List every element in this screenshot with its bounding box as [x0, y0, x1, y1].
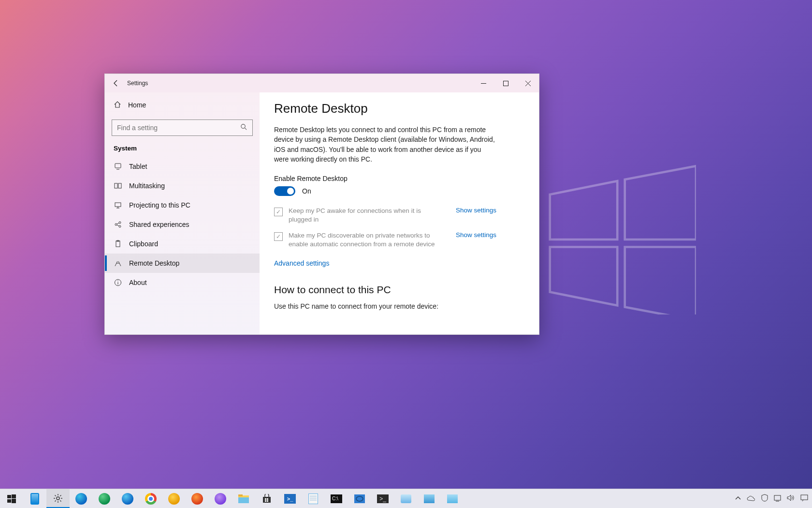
taskbar-photos[interactable]: [348, 489, 371, 508]
sidebar-item-shared[interactable]: Shared experiences: [105, 215, 260, 234]
sidebar-item-tablet[interactable]: Tablet: [105, 157, 260, 176]
svg-line-32: [60, 495, 61, 496]
sidebar: Home System Tablet Multitasking Projecti…: [105, 92, 260, 334]
svg-line-33: [55, 500, 56, 501]
start-button[interactable]: [0, 489, 23, 508]
sidebar-item-label: Shared experiences: [129, 221, 189, 228]
svg-rect-10: [115, 183, 117, 188]
taskbar-edge[interactable]: [70, 489, 93, 508]
sidebar-item-clipboard[interactable]: Clipboard: [105, 234, 260, 254]
home-icon: [114, 101, 121, 110]
svg-marker-3: [625, 247, 696, 315]
maximize-button[interactable]: [494, 74, 517, 92]
minimize-button[interactable]: [472, 74, 494, 92]
page-title: Remote Desktop: [274, 101, 524, 116]
svg-rect-8: [115, 164, 121, 168]
taskbar-app-generic-3[interactable]: [441, 489, 464, 508]
svg-marker-1: [625, 166, 696, 239]
svg-rect-39: [267, 498, 268, 500]
taskbar-edge-canary[interactable]: [116, 489, 139, 508]
svg-point-6: [241, 124, 245, 128]
toggle-state-label: On: [302, 187, 311, 195]
how-to-connect-header: How to connect to this PC: [274, 284, 524, 296]
taskbar-cortana[interactable]: [23, 489, 46, 508]
svg-rect-22: [12, 494, 16, 498]
discoverable-label: Make my PC discoverable on private netwo…: [289, 231, 444, 249]
page-description: Remote Desktop lets you connect to and c…: [274, 125, 496, 164]
sidebar-item-label: Projecting to this PC: [129, 201, 190, 209]
settings-window: Settings Home: [104, 74, 539, 335]
taskbar-terminal[interactable]: >_: [371, 489, 394, 508]
sidebar-item-about[interactable]: About: [105, 273, 260, 292]
search-box[interactable]: [112, 120, 253, 136]
taskbar-cmd[interactable]: C:\: [325, 489, 348, 508]
svg-point-25: [57, 497, 59, 500]
sidebar-item-projecting[interactable]: Projecting to this PC: [105, 195, 260, 215]
content-pane: Remote Desktop Remote Desktop lets you c…: [260, 92, 539, 334]
svg-marker-0: [550, 181, 618, 239]
taskbar-store[interactable]: [255, 489, 278, 508]
taskbar-app-generic-1[interactable]: [394, 489, 418, 508]
taskbar-firefox-nightly[interactable]: [209, 489, 232, 508]
sidebar-item-label: Remote Desktop: [129, 259, 179, 267]
svg-rect-12: [115, 203, 121, 207]
sidebar-item-remote-desktop[interactable]: Remote Desktop: [105, 254, 260, 273]
sidebar-item-label: About: [129, 279, 147, 286]
projecting-icon: [114, 201, 122, 209]
svg-rect-40: [265, 500, 266, 502]
how-to-connect-text: Use this PC name to connect from your re…: [274, 302, 524, 310]
taskbar-settings[interactable]: [46, 489, 70, 508]
sidebar-item-multitasking[interactable]: Multitasking: [105, 176, 260, 195]
windows-logo-wallpaper: [546, 164, 696, 314]
taskbar-chrome-canary[interactable]: [162, 489, 186, 508]
clipboard-icon: [114, 240, 122, 248]
titlebar[interactable]: Settings: [105, 74, 539, 92]
svg-rect-5: [503, 81, 508, 86]
discoverable-show-settings-link[interactable]: Show settings: [456, 231, 496, 239]
about-icon: [114, 279, 122, 286]
advanced-settings-link[interactable]: Advanced settings: [274, 259, 329, 267]
tray-updates-icon[interactable]: [774, 494, 781, 503]
sidebar-item-label: Multitasking: [129, 182, 165, 190]
keep-awake-label: Keep my PC awake for connections when it…: [289, 207, 444, 224]
taskbar-app-generic-2[interactable]: [418, 489, 441, 508]
svg-rect-24: [12, 499, 16, 503]
tray-defender-icon[interactable]: [761, 494, 768, 503]
taskbar-firefox[interactable]: [186, 489, 209, 508]
svg-line-31: [60, 500, 61, 501]
search-input[interactable]: [117, 124, 240, 132]
taskbar-file-explorer[interactable]: [232, 489, 255, 508]
svg-rect-42: [774, 495, 781, 500]
tray-action-center-icon[interactable]: [800, 494, 808, 503]
remote-desktop-icon: [114, 259, 122, 267]
sidebar-home[interactable]: Home: [105, 95, 260, 115]
taskbar-notepad[interactable]: [302, 489, 325, 508]
taskbar-powershell[interactable]: >_: [278, 489, 302, 508]
tray-chevron-up-icon[interactable]: [735, 495, 741, 503]
svg-rect-35: [238, 494, 243, 496]
svg-line-30: [55, 495, 56, 496]
toggle-field-label: Enable Remote Desktop: [274, 175, 524, 182]
keep-awake-checkbox[interactable]: ✓: [274, 208, 283, 216]
svg-point-13: [115, 224, 117, 225]
taskbar-edge-dev[interactable]: [93, 489, 116, 508]
svg-rect-41: [267, 500, 268, 502]
svg-point-15: [119, 225, 121, 227]
back-button[interactable]: [105, 74, 127, 92]
taskbar: >_ C:\ >_: [0, 489, 812, 508]
svg-rect-16: [116, 241, 120, 247]
enable-remote-desktop-toggle[interactable]: [274, 186, 295, 196]
tray-volume-icon[interactable]: [787, 494, 795, 503]
svg-point-20: [117, 281, 118, 281]
discoverable-checkbox[interactable]: ✓: [274, 232, 283, 241]
close-button[interactable]: [517, 74, 539, 92]
svg-rect-38: [265, 498, 266, 500]
taskbar-chrome[interactable]: [139, 489, 162, 508]
svg-rect-23: [7, 499, 11, 503]
sidebar-category: System: [105, 143, 260, 157]
search-icon: [240, 123, 247, 133]
keep-awake-show-settings-link[interactable]: Show settings: [456, 207, 496, 214]
sidebar-item-label: Tablet: [129, 163, 147, 170]
tray-onedrive-icon[interactable]: [747, 495, 755, 503]
window-title: Settings: [127, 80, 148, 87]
